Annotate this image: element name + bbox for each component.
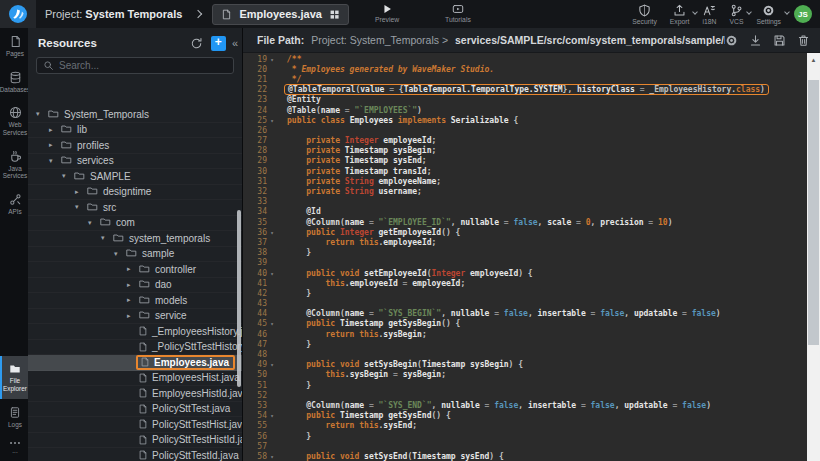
code-editor[interactable]: 19▾/**20 * Employees generated by WaveMa… xyxy=(243,53,820,461)
code-line-38[interactable]: 38 } xyxy=(243,248,820,258)
fold-marker-icon[interactable]: ▾ xyxy=(267,361,277,368)
tree-item-controller[interactable]: ▸controller xyxy=(28,262,242,278)
security-button[interactable]: Security xyxy=(632,4,657,25)
code-line-19[interactable]: 19▾/** xyxy=(243,54,820,64)
tree-item-employeeshist-java[interactable]: EmployeesHist.java xyxy=(28,371,242,387)
code-line-48[interactable]: 48 xyxy=(243,349,820,359)
code-line-24[interactable]: 24@Table(name = "`EMPLOYEES`") xyxy=(243,105,820,115)
sidebar-item-java-services[interactable]: Java Services xyxy=(0,143,28,186)
caret-expanded-icon[interactable]: ▾ xyxy=(75,203,86,211)
download-icon[interactable] xyxy=(749,34,762,47)
sidebar-item-file-explorer[interactable]: File Explorer xyxy=(0,356,28,398)
tree-item-employeeshistid-java[interactable]: EmployeesHistId.java xyxy=(28,386,242,402)
tab-employees-java[interactable]: Employees.java xyxy=(212,4,349,25)
code-line-30[interactable]: 30 private Timestamp transId; xyxy=(243,166,820,176)
caret-collapsed-icon[interactable]: ▸ xyxy=(49,126,60,134)
save-icon[interactable] xyxy=(773,34,786,47)
fold-marker-icon[interactable]: ▾ xyxy=(267,453,277,460)
code-line-42[interactable]: 42 } xyxy=(243,288,820,298)
fold-marker-icon[interactable]: ▾ xyxy=(267,270,277,277)
tree-scrollbar-thumb[interactable] xyxy=(237,210,241,387)
editor-scrollbar-thumb[interactable] xyxy=(808,80,819,345)
preview-button[interactable]: Preview xyxy=(375,3,399,23)
tree-item-sample[interactable]: ▾SAMPLE xyxy=(28,169,242,185)
tree-item-dao[interactable]: ▸dao xyxy=(28,278,242,294)
refresh-icon[interactable] xyxy=(190,37,203,50)
code-line-35[interactable]: 35 @Column(name = "`EMPLOYEE_ID`", nulla… xyxy=(243,217,820,227)
tree-item-service[interactable]: ▸service xyxy=(28,309,242,325)
code-line-49[interactable]: 49▾ public void setSysBegin(Timestamp sy… xyxy=(243,360,820,370)
code-line-53[interactable]: 53 @Column(name = "`SYS_END`", nullable … xyxy=(243,400,820,410)
tree-item-employees-java[interactable]: Employees.java xyxy=(28,355,242,371)
caret-collapsed-icon[interactable]: ▸ xyxy=(49,141,60,149)
sidebar-item-apis[interactable]: APIs xyxy=(0,186,28,222)
vcs-button[interactable]: VCS xyxy=(729,4,743,25)
sidebar-item-web-services[interactable]: Web Services xyxy=(0,99,28,142)
code-line-41[interactable]: 41 this.employeeId = employeeId; xyxy=(243,278,820,288)
sidebar-item-[interactable]: ... xyxy=(0,434,28,461)
tutorials-button[interactable]: Tutorials xyxy=(445,3,471,23)
tree-item-com[interactable]: ▾com xyxy=(28,216,242,232)
code-line-36[interactable]: 36▾ public Integer getEmployeeId() { xyxy=(243,227,820,237)
code-line-52[interactable]: 52 xyxy=(243,390,820,400)
code-line-56[interactable]: 56 } xyxy=(243,431,820,441)
code-line-23[interactable]: 23@Entity xyxy=(243,95,820,105)
i18n-button[interactable]: i18N xyxy=(702,4,716,25)
add-resource-button[interactable]: + xyxy=(211,36,226,51)
caret-expanded-icon[interactable]: ▾ xyxy=(101,234,112,242)
tree-item-system-temporals[interactable]: ▾System_Temporals xyxy=(28,107,242,123)
user-avatar[interactable]: JS xyxy=(794,5,812,23)
trash-icon[interactable] xyxy=(797,34,810,47)
tree-item-policystttesthist-java[interactable]: PolicySttTestHist.java xyxy=(28,417,242,433)
tree-item-policystttest-java[interactable]: PolicySttTest.java xyxy=(28,402,242,418)
code-line-32[interactable]: 32 private String username; xyxy=(243,186,820,196)
fold-marker-icon[interactable]: ▾ xyxy=(267,117,277,124)
gear-icon[interactable] xyxy=(725,34,738,47)
sidebar-item-databases[interactable]: Databases xyxy=(0,64,28,100)
code-line-27[interactable]: 27 private Integer employeeId; xyxy=(243,136,820,146)
tree-item-services[interactable]: ▾services xyxy=(28,154,242,170)
code-line-57[interactable]: 57 xyxy=(243,441,820,451)
code-line-39[interactable]: 39 xyxy=(243,258,820,268)
caret-collapsed-icon[interactable]: ▸ xyxy=(127,312,138,320)
editor-scrollbar[interactable]: ▲ xyxy=(807,53,820,461)
caret-collapsed-icon[interactable]: ▸ xyxy=(127,281,138,289)
tree-item-employeeshistory-java[interactable]: _EmployeesHistory.java xyxy=(28,324,242,340)
code-line-58[interactable]: 58▾ public void setSysEnd(Timestamp sysE… xyxy=(243,451,820,461)
caret-expanded-icon[interactable]: ▾ xyxy=(62,172,73,180)
caret-expanded-icon[interactable]: ▾ xyxy=(88,219,99,227)
code-line-55[interactable]: 55 return this.sysEnd; xyxy=(243,421,820,431)
sidebar-item-pages[interactable]: Pages xyxy=(0,28,28,64)
fold-marker-icon[interactable]: ▾ xyxy=(267,412,277,419)
code-line-46[interactable]: 46 return this.sysBegin; xyxy=(243,329,820,339)
tree-item-profiles[interactable]: ▸profiles xyxy=(28,138,242,154)
caret-expanded-icon[interactable]: ▾ xyxy=(114,250,125,258)
settings-button[interactable]: Settings xyxy=(756,4,781,25)
fold-marker-icon[interactable]: ▾ xyxy=(267,320,277,327)
tree-item-sample[interactable]: ▾sample xyxy=(28,247,242,263)
code-line-20[interactable]: 20 * Employees generated by WaveMaker St… xyxy=(243,64,820,74)
code-line-31[interactable]: 31 private String employeeName; xyxy=(243,176,820,186)
caret-expanded-icon[interactable]: ▾ xyxy=(36,110,47,118)
tree-item-models[interactable]: ▸models xyxy=(28,293,242,309)
caret-collapsed-icon[interactable]: ▸ xyxy=(75,188,86,196)
code-line-43[interactable]: 43 xyxy=(243,299,820,309)
wavemaker-logo[interactable] xyxy=(0,0,36,28)
code-line-47[interactable]: 47 } xyxy=(243,339,820,349)
code-line-22[interactable]: 22@TableTemporal(value = {TableTemporal.… xyxy=(243,85,820,95)
caret-expanded-icon[interactable]: ▾ xyxy=(49,157,60,165)
code-line-40[interactable]: 40▾ public void setEmployeeId(Integer em… xyxy=(243,268,820,278)
fold-marker-icon[interactable]: ▾ xyxy=(267,56,277,63)
tree-item-policystttesthistid-java[interactable]: PolicySttTestHistId.java xyxy=(28,433,242,449)
tree-item-designtime[interactable]: ▸designtime xyxy=(28,185,242,201)
code-line-37[interactable]: 37 return this.employeeId; xyxy=(243,237,820,247)
caret-collapsed-icon[interactable]: ▸ xyxy=(127,265,138,273)
code-line-26[interactable]: 26 xyxy=(243,125,820,135)
fold-marker-icon[interactable]: ▾ xyxy=(267,229,277,236)
code-line-25[interactable]: 25▾public class Employees implements Ser… xyxy=(243,115,820,125)
tree-item-policystttestid-java[interactable]: PolicySttTestId.java xyxy=(28,448,242,461)
export-button[interactable]: Export xyxy=(670,4,690,25)
code-line-51[interactable]: 51 } xyxy=(243,380,820,390)
tree-item-policystttesthistory-java[interactable]: _PolicySttTestHistory.java xyxy=(28,340,242,356)
code-line-33[interactable]: 33 xyxy=(243,197,820,207)
